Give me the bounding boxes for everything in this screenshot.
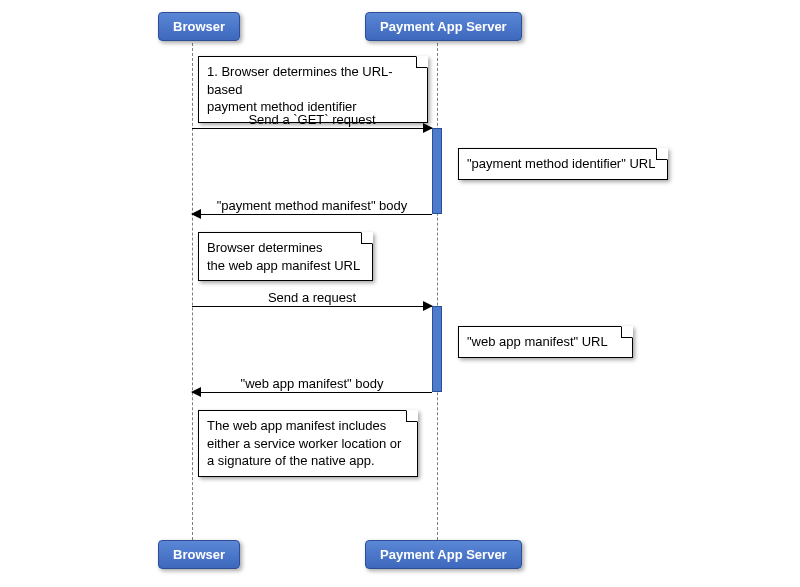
message-send-request: Send a request <box>192 306 432 307</box>
sequence-diagram: Browser Payment App Server 1. Browser de… <box>0 0 800 587</box>
note-text: 1. Browser determines the URL-based paym… <box>207 64 393 114</box>
note-payment-method-identifier-url: "payment method identifier" URL <box>458 148 668 180</box>
message-label: Send a `GET` request <box>192 112 432 127</box>
participant-browser-top: Browser <box>158 12 240 41</box>
arrow-left-icon <box>191 387 201 397</box>
message-web-app-manifest-body: "web app manifest" body <box>192 392 432 393</box>
message-label: "payment method manifest" body <box>192 198 432 213</box>
note-text: "web app manifest" URL <box>467 334 608 349</box>
note-web-app-manifest-url: "web app manifest" URL <box>458 326 633 358</box>
participant-label: Payment App Server <box>380 547 507 562</box>
note-web-app-manifest-includes: The web app manifest includes either a s… <box>198 410 418 477</box>
arrow-left-icon <box>191 209 201 219</box>
note-browser-determines-manifest-url: Browser determines the web app manifest … <box>198 232 373 281</box>
participant-server-top: Payment App Server <box>365 12 522 41</box>
lifeline-server <box>437 38 438 540</box>
participant-server-bottom: Payment App Server <box>365 540 522 569</box>
note-text: "payment method identifier" URL <box>467 156 655 171</box>
note-text: Browser determines the web app manifest … <box>207 240 360 273</box>
message-label: "web app manifest" body <box>192 376 432 391</box>
participant-label: Browser <box>173 547 225 562</box>
participant-browser-bottom: Browser <box>158 540 240 569</box>
activation-bar-2 <box>432 306 442 392</box>
note-text: The web app manifest includes either a s… <box>207 418 401 468</box>
message-label: Send a request <box>192 290 432 305</box>
participant-label: Payment App Server <box>380 19 507 34</box>
participant-label: Browser <box>173 19 225 34</box>
activation-bar-1 <box>432 128 442 214</box>
message-payment-method-manifest-body: "payment method manifest" body <box>192 214 432 215</box>
message-get-request: Send a `GET` request <box>192 128 432 129</box>
